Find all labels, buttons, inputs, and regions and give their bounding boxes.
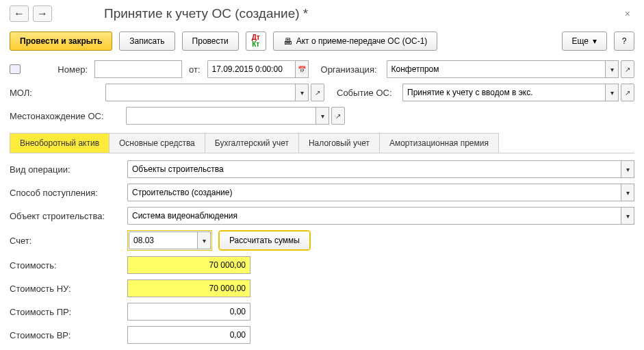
chevron-down-icon: ▾ <box>593 36 597 46</box>
org-input[interactable] <box>387 60 605 78</box>
from-label: от: <box>189 64 201 75</box>
help-button[interactable]: ? <box>614 32 634 51</box>
tab-accounting[interactable]: Бухгалтерский учет <box>205 133 299 153</box>
org-dropdown-button[interactable]: ▾ <box>605 60 619 78</box>
act-button[interactable]: 🖶 Акт о приеме-передаче ОС (ОС-1) <box>273 32 438 51</box>
event-input[interactable] <box>402 84 605 101</box>
org-open-button[interactable]: ↗ <box>621 60 634 78</box>
location-dropdown-button[interactable]: ▾ <box>315 107 329 125</box>
document-icon <box>10 64 21 74</box>
more-button[interactable]: Еще ▾ <box>562 32 607 51</box>
op-type-label: Вид операции: <box>10 164 120 175</box>
mol-dropdown-button[interactable]: ▾ <box>295 84 309 101</box>
event-open-button[interactable]: ↗ <box>621 84 634 101</box>
location-open-button[interactable]: ↗ <box>331 107 345 125</box>
cost-label: Стоимость: <box>10 260 120 271</box>
cost-input[interactable] <box>127 256 250 274</box>
org-label: Организация: <box>321 64 380 75</box>
cost-vr-label: Стоимость ВР: <box>10 330 120 340</box>
debit-credit-button[interactable]: ДтКт <box>246 32 266 51</box>
receipt-label: Способ поступления: <box>10 188 120 198</box>
post-and-close-button[interactable]: Провести и закрыть <box>10 32 112 51</box>
nav-forward-button[interactable]: → <box>33 5 52 22</box>
save-button[interactable]: Записать <box>119 32 175 51</box>
number-input[interactable] <box>94 60 182 78</box>
page-title: Принятие к учету ОС (создание) * <box>104 6 308 21</box>
account-label: Счет: <box>10 236 120 246</box>
act-button-label: Акт о приеме-передаче ОС (ОС-1) <box>296 36 428 46</box>
nav-back-button[interactable]: ← <box>10 5 29 22</box>
mol-open-button[interactable]: ↗ <box>311 84 324 101</box>
location-label: Местонахождение ОС: <box>10 111 119 121</box>
printer-icon: 🖶 <box>283 36 292 47</box>
more-button-label: Еще <box>572 36 589 46</box>
object-dropdown-button[interactable]: ▾ <box>621 207 634 225</box>
cost-vr-input[interactable] <box>127 326 250 344</box>
tab-fixed-assets[interactable]: Основные средства <box>109 133 205 153</box>
debit-credit-icon: ДтКт <box>252 34 260 48</box>
tab-amortization-bonus[interactable]: Амортизационная премия <box>379 133 499 153</box>
op-type-input[interactable] <box>127 160 621 178</box>
calendar-button[interactable]: 📅 <box>295 60 309 78</box>
event-label: Событие ОС: <box>337 88 396 98</box>
cost-pr-label: Стоимость ПР: <box>10 307 120 317</box>
calculate-button[interactable]: Рассчитать суммы <box>219 231 310 250</box>
date-input[interactable] <box>207 60 295 78</box>
close-button[interactable]: × <box>621 7 634 21</box>
cost-nu-label: Стоимость НУ: <box>10 284 120 294</box>
account-input[interactable] <box>129 232 197 249</box>
receipt-input[interactable] <box>127 184 621 201</box>
location-input[interactable] <box>126 107 315 125</box>
tab-strip: Внеоборотный актив Основные средства Бух… <box>10 133 634 153</box>
post-button[interactable]: Провести <box>182 32 239 51</box>
mol-input[interactable] <box>105 84 295 101</box>
tab-noncurrent-asset[interactable]: Внеоборотный актив <box>10 133 110 153</box>
mol-label: МОЛ: <box>10 88 99 98</box>
op-type-dropdown-button[interactable]: ▾ <box>621 160 634 178</box>
cost-nu-input[interactable] <box>127 279 250 297</box>
number-label: Номер: <box>27 64 88 75</box>
tab-tax[interactable]: Налоговый учет <box>298 133 380 153</box>
object-label: Объект строительства: <box>10 211 120 221</box>
event-dropdown-button[interactable]: ▾ <box>605 84 619 101</box>
object-input[interactable] <box>127 207 621 225</box>
account-dropdown-button[interactable]: ▾ <box>197 232 211 249</box>
cost-pr-input[interactable] <box>127 303 250 321</box>
receipt-dropdown-button[interactable]: ▾ <box>621 184 634 201</box>
